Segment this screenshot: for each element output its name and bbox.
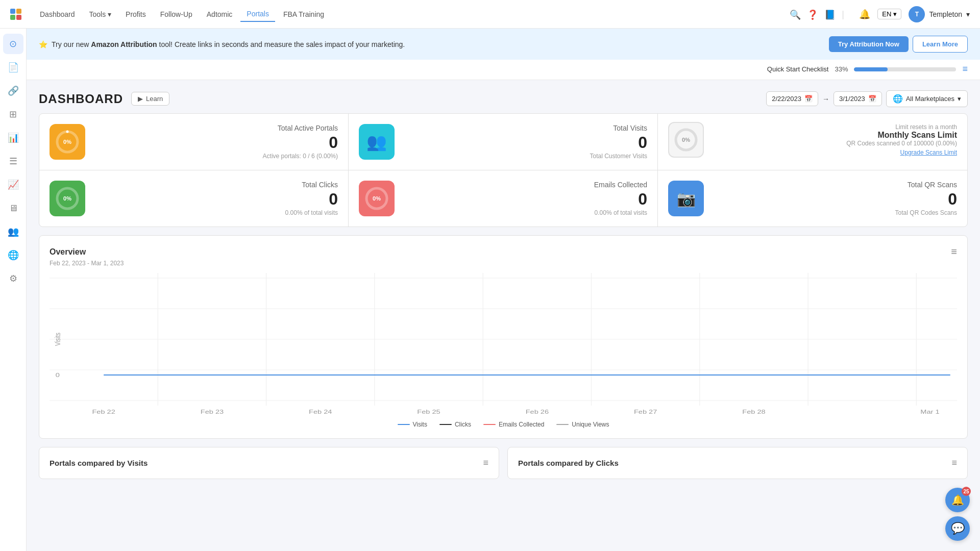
checklist-icon[interactable]: ≡ — [962, 64, 968, 74]
username-label: Templeton — [929, 10, 962, 18]
marketplace-label: All Marketplaces — [906, 95, 954, 103]
bell-float-icon: 🔔 — [951, 494, 964, 506]
svg-text:0: 0 — [56, 372, 60, 379]
overview-chart-section: Overview ≡ Feb 22, 2023 - Mar 1, 2023 — [39, 235, 968, 439]
sidebar-item-pages[interactable]: 📄 — [3, 57, 23, 78]
notification-bell-icon[interactable]: 🔔 — [859, 9, 870, 19]
chart-menu-icon[interactable]: ≡ — [951, 246, 957, 258]
active-portals-icon: 0% — [50, 124, 85, 160]
legend-clicks-label: Clicks — [455, 421, 471, 428]
sidebar-item-chart[interactable]: 📈 — [3, 174, 23, 195]
total-visits-icon: 👥 — [359, 124, 395, 160]
emails-collected-info: Emails Collected 0 0.00% of total visits — [403, 181, 647, 216]
chart-header: Overview ≡ — [50, 246, 957, 258]
main-content: ⭐ Try our new Amazon Attribution tool! C… — [27, 29, 980, 551]
page-title: DASHBOARD — [39, 92, 123, 106]
globe-icon: 🌐 — [893, 94, 903, 104]
nav-profits[interactable]: Profits — [119, 7, 152, 21]
monthly-scans-pct: 0% — [682, 137, 690, 143]
total-clicks-pct: 0% — [63, 195, 71, 202]
chart-date-range: Feb 22, 2023 - Mar 1, 2023 — [50, 260, 957, 267]
qr-scans-icon: 📷 — [668, 181, 704, 216]
active-portals-info: Total Active Portals 0 Active portals: 0… — [93, 124, 338, 160]
chat-button[interactable]: 💬 — [945, 516, 970, 541]
marketplace-selector[interactable]: 🌐 All Marketplaces ▾ — [886, 90, 968, 107]
emails-line-legend — [483, 424, 496, 425]
stat-total-visits: 👥 Total Visits 0 Total Customer Visits — [349, 114, 658, 170]
notification-wrapper: 🔔 — [859, 9, 870, 20]
calendar-icon: 📅 — [804, 95, 813, 103]
separator: | — [842, 9, 852, 19]
facebook-icon[interactable]: 📘 — [824, 9, 835, 19]
svg-text:Feb 28: Feb 28 — [742, 409, 765, 415]
scans-limit-sub: QR Codes scanned 0 of 100000 (0.00%) — [712, 140, 957, 147]
attribution-banner: ⭐ Try our new Amazon Attribution tool! C… — [27, 29, 980, 60]
svg-text:Visits: Visits — [54, 333, 62, 346]
portals-visits-menu-icon[interactable]: ≡ — [483, 458, 488, 468]
nav-dashboard[interactable]: Dashboard — [34, 7, 81, 21]
search-icon[interactable]: 🔍 — [790, 9, 800, 19]
try-attribution-button[interactable]: Try Attribution Now — [829, 36, 909, 52]
user-menu[interactable]: T Templeton ▾ — [909, 6, 970, 22]
quick-start-checklist: Quick Start Checklist 33% ≡ — [27, 60, 980, 80]
learn-more-button[interactable]: Learn More — [913, 36, 968, 53]
nav-tools[interactable]: Tools ▾ — [83, 7, 118, 21]
date-from-input[interactable]: 2/22/2023 📅 — [766, 91, 818, 106]
chat-icon: 💬 — [951, 522, 965, 535]
portals-clicks-menu-icon[interactable]: ≡ — [951, 458, 957, 468]
qr-scans-sub: Total QR Codes Scans — [712, 209, 957, 216]
legend-visits-label: Visits — [413, 421, 427, 428]
sidebar-item-grid[interactable]: ⊞ — [3, 104, 23, 124]
legend-emails: Emails Collected — [483, 421, 544, 428]
sidebar-item-list[interactable]: ☰ — [3, 151, 23, 171]
emails-collected-title: Emails Collected — [403, 181, 647, 189]
nav-fba-training[interactable]: FBA Training — [277, 7, 330, 21]
active-portals-donut: 0% — [55, 129, 80, 155]
emails-collected-donut: 0% — [364, 186, 389, 211]
progress-fill — [854, 67, 888, 71]
banner-star-icon: ⭐ — [39, 40, 47, 48]
notification-badge: 25 — [962, 487, 971, 496]
upgrade-scans-link[interactable]: Upgrade Scans Limit — [712, 149, 957, 156]
visits-line-legend — [398, 424, 410, 425]
portals-clicks-header: Portals compared by Clicks ≡ — [518, 458, 957, 468]
chevron-down-icon: ▾ — [893, 10, 897, 18]
total-clicks-donut: 0% — [55, 186, 80, 211]
chart-area: 0 Feb 22 Feb 23 Feb 24 Feb 25 Feb 26 Feb… — [50, 273, 957, 416]
learn-button[interactable]: ▶ Learn — [131, 92, 169, 106]
user-chevron-icon: ▾ — [966, 10, 970, 18]
language-selector[interactable]: EN ▾ — [877, 9, 901, 19]
date-to-input[interactable]: 3/1/2023 📅 — [834, 91, 882, 106]
sidebar-item-dashboard[interactable]: 🖥 — [3, 198, 23, 218]
sidebar-item-globe[interactable]: 🌐 — [3, 245, 23, 265]
legend-unique-views-label: Unique Views — [572, 421, 609, 428]
date-range-picker: 2/22/2023 📅 → 3/1/2023 📅 🌐 All Marketpla… — [766, 90, 968, 107]
sidebar-item-settings[interactable]: ⚙ — [3, 268, 23, 289]
help-icon[interactable]: ❓ — [807, 9, 817, 19]
sidebar-item-table[interactable]: 📊 — [3, 128, 23, 148]
calendar-to-icon: 📅 — [868, 95, 876, 103]
total-clicks-sub: 0.00% of total visits — [93, 209, 338, 216]
nav-adtomic[interactable]: Adtomic — [201, 7, 239, 21]
monthly-scans-icon: 0% — [668, 122, 704, 158]
sidebar-item-users[interactable]: 👥 — [3, 221, 23, 242]
avatar: T — [909, 6, 925, 22]
emails-pct: 0% — [373, 195, 381, 202]
floating-notification-button[interactable]: 🔔 25 — [945, 488, 970, 512]
nav-links: Dashboard Tools ▾ Profits Follow-Up Adto… — [34, 7, 790, 22]
nav-followup[interactable]: Follow-Up — [154, 7, 199, 21]
sidebar-item-links[interactable]: 🔗 — [3, 81, 23, 101]
sidebar-item-home[interactable]: ⊙ — [3, 34, 23, 54]
svg-text:Mar 1: Mar 1 — [920, 409, 939, 415]
total-visits-value: 0 — [403, 134, 647, 151]
nav-portals[interactable]: Portals — [240, 7, 275, 22]
portals-by-visits-card: Portals compared by Visits ≡ — [39, 447, 499, 479]
total-visits-title: Total Visits — [403, 124, 647, 132]
svg-text:Feb 24: Feb 24 — [309, 409, 332, 415]
scans-limit-heading: Monthly Scans Limit — [712, 131, 957, 140]
date-from-value: 2/22/2023 — [772, 95, 801, 103]
portals-by-clicks-card: Portals compared by Clicks ≡ — [507, 447, 968, 479]
qr-scans-title: Total QR Scans — [712, 181, 957, 189]
learn-label: Learn — [146, 95, 163, 103]
app-logo[interactable] — [10, 9, 21, 20]
